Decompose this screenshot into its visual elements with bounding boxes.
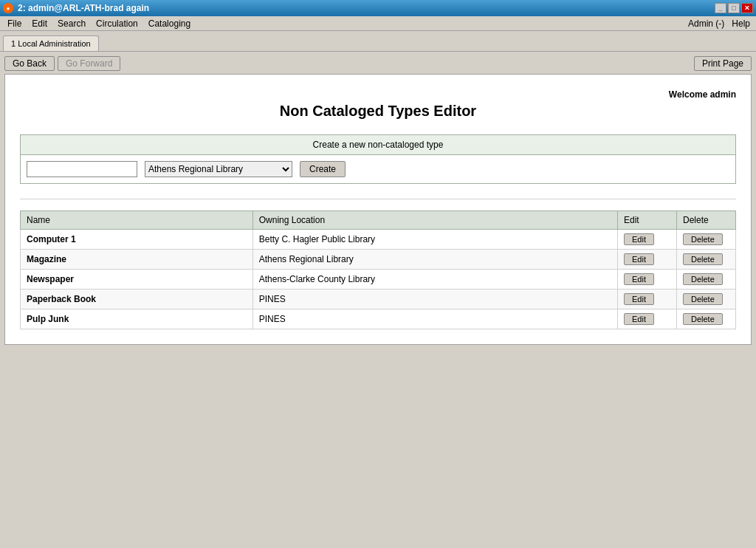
- row-location: PINES: [252, 309, 617, 329]
- welcome-text: Welcome: [669, 89, 707, 100]
- table-row: Paperback BookPINESEditDelete: [21, 290, 736, 309]
- row-name: Pulp Junk: [21, 309, 253, 329]
- app-icon: ●: [3, 3, 13, 13]
- delete-button-2[interactable]: Delete: [683, 273, 723, 285]
- col-header-delete: Delete: [677, 211, 736, 230]
- edit-button-4[interactable]: Edit: [624, 313, 654, 325]
- table-body: Computer 1Betty C. Hagler Public Library…: [21, 230, 736, 329]
- row-delete-cell: Delete: [677, 230, 736, 250]
- row-location: Athens-Clarke County Library: [252, 270, 617, 290]
- row-edit-cell: Edit: [618, 270, 677, 290]
- create-form-row: Athens Regional Library Betty C. Hagler …: [20, 155, 736, 184]
- menu-item-circulation[interactable]: Circulation: [92, 17, 142, 30]
- table-row: MagazineAthens Regional LibraryEditDelet…: [21, 250, 736, 270]
- welcome-username: admin: [710, 89, 736, 100]
- edit-button-2[interactable]: Edit: [624, 273, 654, 285]
- edit-button-1[interactable]: Edit: [624, 253, 654, 265]
- row-delete-cell: Delete: [677, 290, 736, 309]
- help-menu-item[interactable]: Help: [732, 18, 750, 29]
- title-bar-controls: _ □ ✕: [715, 3, 753, 13]
- toolbar: Go Back Go Forward Print Page: [4, 56, 752, 71]
- create-button[interactable]: Create: [300, 161, 346, 177]
- tab-local-administration[interactable]: 1 Local Administration: [3, 35, 99, 51]
- row-edit-cell: Edit: [618, 309, 677, 329]
- row-delete-cell: Delete: [677, 270, 736, 290]
- menu-item-file[interactable]: File: [3, 17, 26, 30]
- delete-button-4[interactable]: Delete: [683, 313, 723, 325]
- main-area: Go Back Go Forward Print Page Welcome ad…: [0, 52, 756, 548]
- create-section: Create a new non-cataloged type Athens R…: [20, 134, 736, 184]
- col-header-edit: Edit: [618, 211, 677, 230]
- row-delete-cell: Delete: [677, 309, 736, 329]
- tab-bar: 1 Local Administration: [0, 31, 756, 52]
- row-location: Athens Regional Library: [252, 250, 617, 270]
- close-button[interactable]: ✕: [741, 3, 753, 13]
- create-name-input[interactable]: [27, 161, 137, 177]
- row-location: PINES: [252, 290, 617, 309]
- delete-button-1[interactable]: Delete: [683, 253, 723, 265]
- row-location: Betty C. Hagler Public Library: [252, 230, 617, 250]
- row-name: Computer 1: [21, 230, 253, 250]
- row-name: Paperback Book: [21, 290, 253, 309]
- table-row: NewspaperAthens-Clarke County LibraryEdi…: [21, 270, 736, 290]
- admin-menu-item[interactable]: Admin (-): [688, 18, 724, 29]
- row-edit-cell: Edit: [618, 250, 677, 270]
- title-bar: ● 2: admin@ARL-ATH-brad again _ □ ✕: [0, 0, 756, 16]
- print-page-button[interactable]: Print Page: [694, 56, 752, 71]
- col-header-location: Owning Location: [252, 211, 617, 230]
- page-title: Non Cataloged Types Editor: [20, 103, 736, 120]
- create-header: Create a new non-cataloged type: [20, 134, 736, 155]
- col-header-name: Name: [21, 211, 253, 230]
- window-title: 2: admin@ARL-ATH-brad again: [18, 3, 149, 13]
- menu-item-edit[interactable]: Edit: [27, 17, 52, 30]
- table-row: Computer 1Betty C. Hagler Public Library…: [21, 230, 736, 250]
- delete-button-0[interactable]: Delete: [683, 233, 723, 245]
- menu-bar-right: Admin (-) Help: [688, 18, 750, 29]
- maximize-button[interactable]: □: [728, 3, 740, 13]
- title-bar-left: ● 2: admin@ARL-ATH-brad again: [3, 3, 149, 13]
- welcome-bar: Welcome admin: [20, 89, 736, 100]
- delete-button-3[interactable]: Delete: [683, 293, 723, 305]
- create-location-select[interactable]: Athens Regional Library Betty C. Hagler …: [145, 161, 292, 177]
- divider: [20, 199, 736, 199]
- items-table: Name Owning Location Edit Delete Compute…: [20, 210, 736, 329]
- minimize-button[interactable]: _: [715, 3, 726, 13]
- row-name: Newspaper: [21, 270, 253, 290]
- row-name: Magazine: [21, 250, 253, 270]
- edit-button-0[interactable]: Edit: [624, 233, 654, 245]
- row-edit-cell: Edit: [618, 290, 677, 309]
- content-panel: Welcome admin Non Cataloged Types Editor…: [4, 74, 752, 345]
- row-delete-cell: Delete: [677, 250, 736, 270]
- menu-item-search[interactable]: Search: [53, 17, 90, 30]
- edit-button-3[interactable]: Edit: [624, 293, 654, 305]
- menu-bar: File Edit Search Circulation Cataloging …: [0, 16, 756, 31]
- row-edit-cell: Edit: [618, 230, 677, 250]
- toolbar-left: Go Back Go Forward: [4, 56, 120, 71]
- table-row: Pulp JunkPINESEditDelete: [21, 309, 736, 329]
- menu-item-cataloging[interactable]: Cataloging: [144, 17, 195, 30]
- go-back-button[interactable]: Go Back: [4, 56, 55, 71]
- go-forward-button[interactable]: Go Forward: [58, 56, 120, 71]
- menu-bar-left: File Edit Search Circulation Cataloging: [3, 17, 195, 30]
